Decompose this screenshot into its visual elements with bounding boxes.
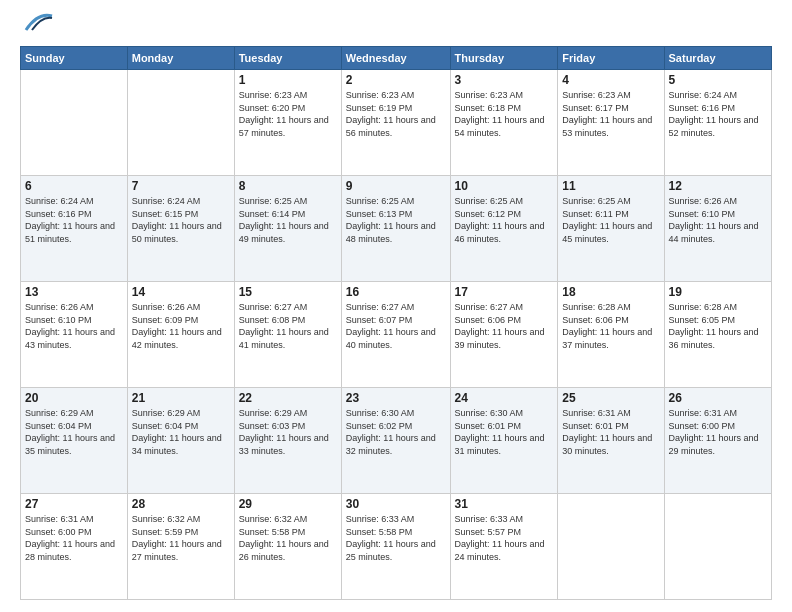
calendar-day-cell	[664, 494, 771, 600]
logo-wing-icon	[22, 8, 54, 36]
calendar-day-header: Friday	[558, 47, 664, 70]
day-info: Sunrise: 6:32 AM Sunset: 5:59 PM Dayligh…	[132, 513, 230, 563]
day-info: Sunrise: 6:31 AM Sunset: 6:00 PM Dayligh…	[25, 513, 123, 563]
day-info: Sunrise: 6:25 AM Sunset: 6:13 PM Dayligh…	[346, 195, 446, 245]
calendar-day-cell: 6Sunrise: 6:24 AM Sunset: 6:16 PM Daylig…	[21, 176, 128, 282]
calendar-day-cell: 22Sunrise: 6:29 AM Sunset: 6:03 PM Dayli…	[234, 388, 341, 494]
day-number: 13	[25, 285, 123, 299]
calendar-day-header: Thursday	[450, 47, 558, 70]
day-number: 12	[669, 179, 767, 193]
calendar-day-cell: 11Sunrise: 6:25 AM Sunset: 6:11 PM Dayli…	[558, 176, 664, 282]
day-info: Sunrise: 6:28 AM Sunset: 6:06 PM Dayligh…	[562, 301, 659, 351]
calendar-day-cell: 24Sunrise: 6:30 AM Sunset: 6:01 PM Dayli…	[450, 388, 558, 494]
calendar-day-cell: 8Sunrise: 6:25 AM Sunset: 6:14 PM Daylig…	[234, 176, 341, 282]
day-info: Sunrise: 6:29 AM Sunset: 6:04 PM Dayligh…	[132, 407, 230, 457]
calendar-day-cell: 15Sunrise: 6:27 AM Sunset: 6:08 PM Dayli…	[234, 282, 341, 388]
day-info: Sunrise: 6:25 AM Sunset: 6:11 PM Dayligh…	[562, 195, 659, 245]
day-number: 31	[455, 497, 554, 511]
day-number: 5	[669, 73, 767, 87]
calendar-day-cell: 4Sunrise: 6:23 AM Sunset: 6:17 PM Daylig…	[558, 70, 664, 176]
calendar-day-cell: 28Sunrise: 6:32 AM Sunset: 5:59 PM Dayli…	[127, 494, 234, 600]
day-info: Sunrise: 6:23 AM Sunset: 6:20 PM Dayligh…	[239, 89, 337, 139]
day-info: Sunrise: 6:28 AM Sunset: 6:05 PM Dayligh…	[669, 301, 767, 351]
calendar-day-cell: 16Sunrise: 6:27 AM Sunset: 6:07 PM Dayli…	[341, 282, 450, 388]
day-number: 29	[239, 497, 337, 511]
calendar-table: SundayMondayTuesdayWednesdayThursdayFrid…	[20, 46, 772, 600]
day-info: Sunrise: 6:30 AM Sunset: 6:01 PM Dayligh…	[455, 407, 554, 457]
calendar-day-cell	[21, 70, 128, 176]
calendar-day-cell: 21Sunrise: 6:29 AM Sunset: 6:04 PM Dayli…	[127, 388, 234, 494]
calendar-day-cell: 14Sunrise: 6:26 AM Sunset: 6:09 PM Dayli…	[127, 282, 234, 388]
calendar-day-cell: 27Sunrise: 6:31 AM Sunset: 6:00 PM Dayli…	[21, 494, 128, 600]
day-number: 19	[669, 285, 767, 299]
calendar-day-header: Saturday	[664, 47, 771, 70]
calendar-day-cell: 13Sunrise: 6:26 AM Sunset: 6:10 PM Dayli…	[21, 282, 128, 388]
day-number: 20	[25, 391, 123, 405]
calendar-week-row: 20Sunrise: 6:29 AM Sunset: 6:04 PM Dayli…	[21, 388, 772, 494]
day-info: Sunrise: 6:27 AM Sunset: 6:08 PM Dayligh…	[239, 301, 337, 351]
day-number: 24	[455, 391, 554, 405]
calendar-day-cell: 31Sunrise: 6:33 AM Sunset: 5:57 PM Dayli…	[450, 494, 558, 600]
day-number: 22	[239, 391, 337, 405]
day-info: Sunrise: 6:31 AM Sunset: 6:01 PM Dayligh…	[562, 407, 659, 457]
calendar-day-header: Monday	[127, 47, 234, 70]
day-number: 9	[346, 179, 446, 193]
calendar-day-cell: 19Sunrise: 6:28 AM Sunset: 6:05 PM Dayli…	[664, 282, 771, 388]
calendar-day-cell: 17Sunrise: 6:27 AM Sunset: 6:06 PM Dayli…	[450, 282, 558, 388]
day-number: 27	[25, 497, 123, 511]
day-info: Sunrise: 6:25 AM Sunset: 6:14 PM Dayligh…	[239, 195, 337, 245]
day-info: Sunrise: 6:27 AM Sunset: 6:07 PM Dayligh…	[346, 301, 446, 351]
day-number: 16	[346, 285, 446, 299]
calendar-day-cell: 1Sunrise: 6:23 AM Sunset: 6:20 PM Daylig…	[234, 70, 341, 176]
calendar-day-cell: 26Sunrise: 6:31 AM Sunset: 6:00 PM Dayli…	[664, 388, 771, 494]
day-info: Sunrise: 6:26 AM Sunset: 6:10 PM Dayligh…	[669, 195, 767, 245]
calendar-day-cell: 18Sunrise: 6:28 AM Sunset: 6:06 PM Dayli…	[558, 282, 664, 388]
day-info: Sunrise: 6:31 AM Sunset: 6:00 PM Dayligh…	[669, 407, 767, 457]
calendar-day-cell	[127, 70, 234, 176]
calendar-day-cell: 25Sunrise: 6:31 AM Sunset: 6:01 PM Dayli…	[558, 388, 664, 494]
header	[20, 16, 772, 38]
calendar-day-cell: 29Sunrise: 6:32 AM Sunset: 5:58 PM Dayli…	[234, 494, 341, 600]
day-info: Sunrise: 6:29 AM Sunset: 6:04 PM Dayligh…	[25, 407, 123, 457]
day-info: Sunrise: 6:33 AM Sunset: 5:57 PM Dayligh…	[455, 513, 554, 563]
day-info: Sunrise: 6:27 AM Sunset: 6:06 PM Dayligh…	[455, 301, 554, 351]
day-info: Sunrise: 6:23 AM Sunset: 6:17 PM Dayligh…	[562, 89, 659, 139]
calendar-week-row: 13Sunrise: 6:26 AM Sunset: 6:10 PM Dayli…	[21, 282, 772, 388]
day-number: 30	[346, 497, 446, 511]
day-info: Sunrise: 6:26 AM Sunset: 6:10 PM Dayligh…	[25, 301, 123, 351]
day-info: Sunrise: 6:29 AM Sunset: 6:03 PM Dayligh…	[239, 407, 337, 457]
calendar-day-cell: 3Sunrise: 6:23 AM Sunset: 6:18 PM Daylig…	[450, 70, 558, 176]
calendar-day-cell: 12Sunrise: 6:26 AM Sunset: 6:10 PM Dayli…	[664, 176, 771, 282]
day-number: 3	[455, 73, 554, 87]
logo	[20, 16, 54, 38]
calendar-day-cell	[558, 494, 664, 600]
day-info: Sunrise: 6:30 AM Sunset: 6:02 PM Dayligh…	[346, 407, 446, 457]
calendar-day-cell: 30Sunrise: 6:33 AM Sunset: 5:58 PM Dayli…	[341, 494, 450, 600]
day-number: 7	[132, 179, 230, 193]
calendar-day-cell: 23Sunrise: 6:30 AM Sunset: 6:02 PM Dayli…	[341, 388, 450, 494]
day-number: 25	[562, 391, 659, 405]
day-info: Sunrise: 6:24 AM Sunset: 6:16 PM Dayligh…	[669, 89, 767, 139]
day-number: 15	[239, 285, 337, 299]
calendar-day-cell: 2Sunrise: 6:23 AM Sunset: 6:19 PM Daylig…	[341, 70, 450, 176]
calendar-day-cell: 10Sunrise: 6:25 AM Sunset: 6:12 PM Dayli…	[450, 176, 558, 282]
calendar-day-cell: 20Sunrise: 6:29 AM Sunset: 6:04 PM Dayli…	[21, 388, 128, 494]
calendar-week-row: 27Sunrise: 6:31 AM Sunset: 6:00 PM Dayli…	[21, 494, 772, 600]
calendar-day-header: Tuesday	[234, 47, 341, 70]
day-info: Sunrise: 6:26 AM Sunset: 6:09 PM Dayligh…	[132, 301, 230, 351]
day-number: 1	[239, 73, 337, 87]
calendar-header-row: SundayMondayTuesdayWednesdayThursdayFrid…	[21, 47, 772, 70]
day-info: Sunrise: 6:24 AM Sunset: 6:16 PM Dayligh…	[25, 195, 123, 245]
day-number: 17	[455, 285, 554, 299]
calendar-day-cell: 9Sunrise: 6:25 AM Sunset: 6:13 PM Daylig…	[341, 176, 450, 282]
calendar-week-row: 6Sunrise: 6:24 AM Sunset: 6:16 PM Daylig…	[21, 176, 772, 282]
day-info: Sunrise: 6:32 AM Sunset: 5:58 PM Dayligh…	[239, 513, 337, 563]
day-number: 28	[132, 497, 230, 511]
calendar-week-row: 1Sunrise: 6:23 AM Sunset: 6:20 PM Daylig…	[21, 70, 772, 176]
day-number: 8	[239, 179, 337, 193]
calendar-day-header: Wednesday	[341, 47, 450, 70]
day-number: 11	[562, 179, 659, 193]
day-number: 4	[562, 73, 659, 87]
day-number: 10	[455, 179, 554, 193]
calendar-day-cell: 5Sunrise: 6:24 AM Sunset: 6:16 PM Daylig…	[664, 70, 771, 176]
